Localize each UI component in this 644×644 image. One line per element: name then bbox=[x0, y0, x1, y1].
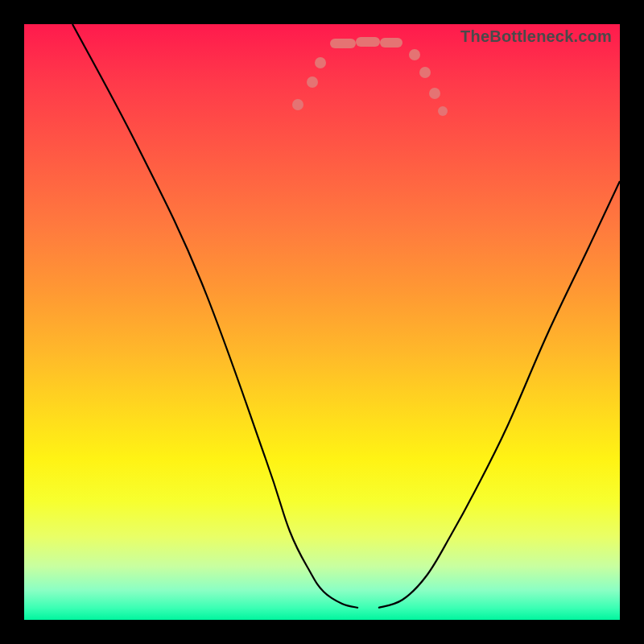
data-marker bbox=[380, 38, 402, 47]
data-marker bbox=[330, 39, 356, 48]
marker-group bbox=[292, 37, 448, 116]
data-marker bbox=[409, 49, 420, 60]
data-marker bbox=[429, 88, 440, 99]
left-curve bbox=[72, 24, 358, 608]
data-marker bbox=[315, 57, 326, 68]
data-marker bbox=[292, 99, 303, 110]
chart-svg bbox=[24, 24, 620, 620]
data-marker bbox=[438, 106, 448, 116]
right-curve bbox=[378, 181, 620, 608]
plot-area: TheBottleneck.com bbox=[24, 24, 620, 620]
data-marker bbox=[307, 76, 318, 88]
data-marker bbox=[356, 37, 380, 47]
data-marker bbox=[419, 67, 431, 78]
